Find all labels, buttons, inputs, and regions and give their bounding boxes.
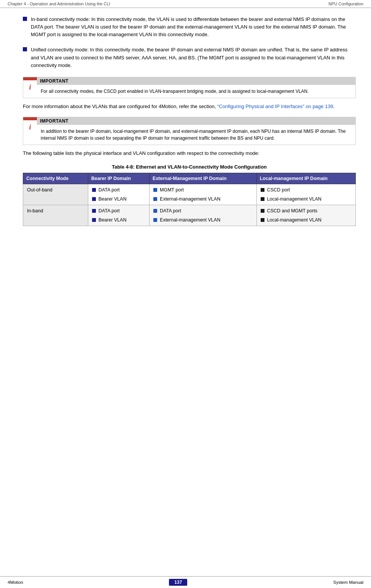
bullet-square-2	[23, 47, 27, 51]
bullet-square-1	[23, 17, 27, 21]
col-header-mode: Connectivity Mode	[23, 173, 88, 184]
cell-bullet-bearer: Bearer VLAN	[92, 196, 145, 202]
bullet-label-external: External-management VLAN	[160, 217, 220, 223]
table-row: In-bandDATA portBearer VLANDATA portExte…	[23, 205, 356, 226]
important-header-1: IMPORTANT	[37, 77, 355, 85]
cell-bullet-bearer: DATA port	[92, 208, 145, 214]
important-icon-col-1: i	[23, 77, 37, 98]
para-2: The following table lists the physical i…	[23, 150, 356, 158]
important-body-2: In addition to the bearer IP domain, loc…	[37, 125, 355, 145]
cell-bullet-local: CSCD port	[261, 187, 352, 193]
important-icon-2: i	[29, 123, 31, 131]
bullet-text-1: In-band connectivity mode: In this conne…	[31, 16, 356, 38]
bullet-label-local: CSCD port	[267, 187, 290, 193]
bullet-square-local	[261, 197, 264, 201]
important-content-2: IMPORTANT In addition to the bearer IP d…	[37, 117, 355, 145]
table-row: Out-of-bandDATA portBearer VLANMGMT port…	[23, 184, 356, 205]
header-right: NPU Configuration	[328, 2, 363, 6]
important-icon-bar-1	[23, 77, 37, 80]
important-icon-bar-2	[23, 117, 37, 120]
bullet-item-2: Unified connectivity mode: In this conne…	[23, 46, 356, 69]
cell-external: DATA portExternal-management VLAN	[150, 205, 257, 226]
page-header: Chapter 4 - Operation and Administration…	[0, 0, 371, 8]
important-header-2: IMPORTANT	[37, 117, 355, 125]
bullet-label-external: External-management VLAN	[160, 196, 220, 202]
main-content: In-band connectivity mode: In this conne…	[0, 8, 371, 576]
bullet-square-external	[153, 218, 157, 222]
page-footer: 4Motion 137 System Manual	[0, 576, 371, 588]
page-wrapper: Chapter 4 - Operation and Administration…	[0, 0, 371, 588]
header-left: Chapter 4 - Operation and Administration…	[8, 2, 110, 6]
col-header-local: Local-management IP Domain	[256, 173, 355, 184]
bullet-square-external	[153, 197, 157, 201]
para-1-post: .	[333, 104, 335, 109]
bullet-label-external: MGMT port	[160, 187, 184, 193]
para-1-link[interactable]: “Configuring Physical and IP Interfaces”…	[217, 104, 333, 109]
bullet-square-local	[261, 209, 264, 213]
cell-bearer: DATA portBearer VLAN	[88, 184, 149, 205]
important-icon-col-2: i	[23, 117, 37, 145]
bullet-square-external	[153, 188, 157, 192]
footer-right: System Manual	[333, 580, 363, 585]
footer-left: 4Motion	[8, 580, 23, 585]
bullet-label-bearer: DATA port	[99, 187, 120, 193]
cell-mode: Out-of-band	[23, 184, 88, 205]
bullet-text-2: Unified connectivity mode: In this conne…	[31, 46, 356, 69]
bullet-square-bearer	[92, 197, 96, 201]
bullet-square-bearer	[92, 188, 96, 192]
bullet-square-bearer	[92, 209, 96, 213]
cell-bullet-local: Local-management VLAN	[261, 217, 352, 223]
bullet-label-external: DATA port	[160, 208, 181, 214]
bullet-square-bearer	[92, 218, 96, 222]
bullet-label-bearer: Bearer VLAN	[99, 196, 127, 202]
cell-mode: In-band	[23, 205, 88, 226]
bullet-square-local	[261, 188, 264, 192]
cell-bullet-external: DATA port	[153, 208, 253, 214]
bullet-label-bearer: Bearer VLAN	[99, 217, 127, 223]
cell-bullet-local: Local-management VLAN	[261, 196, 352, 202]
cell-bullet-external: External-management VLAN	[153, 217, 253, 223]
bullet-label-local: Local-management VLAN	[267, 196, 322, 202]
cell-local: CSCD and MGMT portsLocal-management VLAN	[256, 205, 355, 226]
table-title: Table 4-8: Ethernet and VLAN-to-Connecti…	[23, 164, 356, 170]
col-header-external: External-Management IP Domain	[150, 173, 257, 184]
cell-bullet-external: External-management VLAN	[153, 196, 253, 202]
data-table: Connectivity Mode Bearer IP Domain Exter…	[23, 173, 356, 226]
bullet-label-local: Local-management VLAN	[267, 217, 322, 223]
cell-bullet-bearer: Bearer VLAN	[92, 217, 145, 223]
cell-bullet-bearer: DATA port	[92, 187, 145, 193]
col-header-bearer: Bearer IP Domain	[88, 173, 149, 184]
para-1: For more information about the VLANs tha…	[23, 103, 356, 111]
important-content-1: IMPORTANT For all connectivity modes, th…	[37, 77, 355, 98]
bullet-square-local	[261, 218, 264, 222]
para-1-pre: For more information about the VLANs tha…	[23, 104, 217, 109]
page-number: 137	[169, 579, 187, 586]
cell-bullet-external: MGMT port	[153, 187, 253, 193]
important-box-2: i IMPORTANT In addition to the bearer IP…	[23, 117, 356, 145]
bullet-item-1: In-band connectivity mode: In this conne…	[23, 16, 356, 38]
cell-bullet-local: CSCD and MGMT ports	[261, 208, 352, 214]
cell-local: CSCD portLocal-management VLAN	[256, 184, 355, 205]
table-header-row: Connectivity Mode Bearer IP Domain Exter…	[23, 173, 356, 184]
bullet-label-local: CSCD and MGMT ports	[267, 208, 317, 214]
bullet-square-external	[153, 209, 157, 213]
cell-external: MGMT portExternal-management VLAN	[150, 184, 257, 205]
important-body-1: For all connectivity modes, the CSCD por…	[37, 85, 355, 98]
bullet-label-bearer: DATA port	[99, 208, 120, 214]
important-box-1: i IMPORTANT For all connectivity modes, …	[23, 77, 356, 98]
important-icon-1: i	[29, 83, 31, 91]
cell-bearer: DATA portBearer VLAN	[88, 205, 149, 226]
